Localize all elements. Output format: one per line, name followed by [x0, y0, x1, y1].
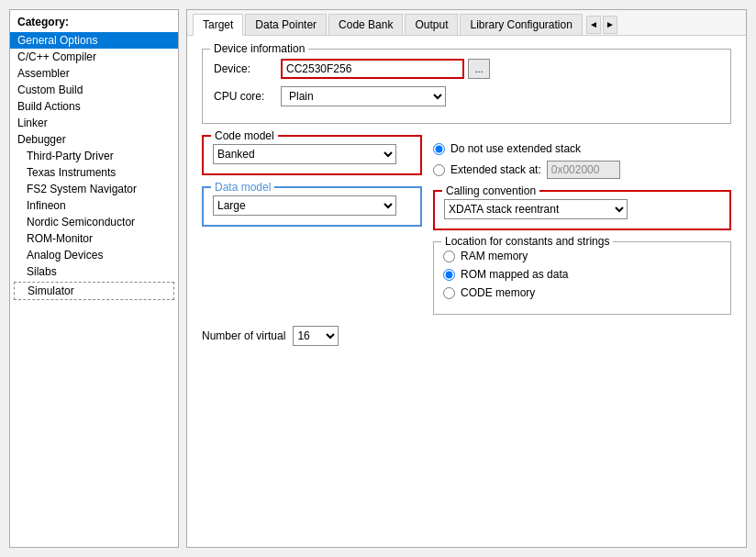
tab-prev-button[interactable]: ◄ [586, 16, 601, 34]
tab-target[interactable]: Target [193, 14, 243, 36]
device-info-group: Device information Device: ... CPU core:… [202, 49, 731, 124]
content-panel: TargetData PointerCode BankOutputLibrary… [186, 9, 747, 548]
sidebar: Category: General OptionsC/C++ CompilerA… [9, 9, 179, 548]
device-label: Device: [214, 62, 273, 75]
virtual-select[interactable]: 16 [293, 326, 339, 346]
main-two-col: Code model Banked Data model Large [202, 135, 731, 315]
no-extended-stack-radio[interactable] [433, 143, 445, 155]
cpu-row: CPU core: Plain [214, 86, 719, 106]
sidebar-item-texas-instruments[interactable]: Texas Instruments [10, 164, 178, 181]
data-model-select[interactable]: Large [213, 195, 396, 216]
location-code-label: CODE memory [461, 286, 535, 299]
extended-stack-row: Extended stack at: [433, 161, 731, 179]
code-model-title: Code model [211, 129, 278, 142]
location-code-radio[interactable] [443, 287, 455, 299]
tab-output[interactable]: Output [405, 14, 458, 35]
device-row: Device: ... [214, 59, 719, 79]
sidebar-item-general-options[interactable]: General Options [10, 32, 178, 49]
sidebar-item-rom-monitor[interactable]: ROM-Monitor [10, 230, 178, 247]
sidebar-item-fs2-system-navigator[interactable]: FS2 System Navigator [10, 181, 178, 197]
calling-title: Calling convention [442, 184, 539, 197]
content-body: Device information Device: ... CPU core:… [187, 36, 746, 547]
data-model-box: Data model Large [202, 186, 422, 227]
device-input-wrapper: ... [281, 59, 490, 79]
sidebar-item-debugger[interactable]: Debugger [10, 131, 178, 148]
tabs-bar: TargetData PointerCode BankOutputLibrary… [187, 10, 746, 36]
sidebar-item-c/c++-compiler[interactable]: C/C++ Compiler [10, 49, 178, 65]
sidebar-item-nordic-semiconductor[interactable]: Nordic Semiconductor [10, 214, 178, 230]
sidebar-item-infineon[interactable]: Infineon [10, 197, 178, 214]
no-extended-stack-label: Do not use extended stack [450, 142, 581, 155]
calling-select[interactable]: XDATA stack reentrant [444, 199, 628, 219]
sidebar-list: General OptionsC/C++ CompilerAssemblerCu… [10, 32, 178, 300]
extended-stack-input[interactable] [547, 161, 620, 179]
location-box: Location for constants and strings RAM m… [433, 241, 731, 315]
extended-stack-radio[interactable] [433, 164, 445, 176]
tab-code-bank[interactable]: Code Bank [328, 14, 403, 35]
location-ram-row: RAM memory [443, 250, 721, 262]
sidebar-item-linker[interactable]: Linker [10, 115, 178, 131]
category-label: Category: [10, 10, 178, 32]
code-model-box: Code model Banked [202, 135, 422, 175]
location-code-row: CODE memory [443, 286, 721, 299]
code-model-select[interactable]: Banked [213, 144, 396, 164]
location-rom-radio[interactable] [443, 269, 455, 281]
location-title: Location for constants and strings [441, 235, 613, 248]
right-col: Do not use extended stack Extended stack… [433, 135, 731, 315]
cpu-label: CPU core: [214, 90, 273, 103]
extended-stack-label: Extended stack at: [450, 163, 541, 176]
virtual-label: Number of virtual [202, 329, 285, 342]
virtual-row: Number of virtual 16 [202, 326, 731, 346]
calling-box: Calling convention XDATA stack reentrant [433, 190, 731, 230]
no-extended-stack-row: Do not use extended stack [433, 142, 731, 155]
tab-library-configuration[interactable]: Library Configuration [460, 14, 582, 35]
data-model-title: Data model [211, 181, 274, 194]
sidebar-item-analog-devices[interactable]: Analog Devices [10, 247, 178, 263]
left-col: Code model Banked Data model Large [202, 135, 422, 315]
cpu-select[interactable]: Plain [281, 86, 446, 106]
tab-next-button[interactable]: ► [603, 16, 617, 34]
tab-data-pointer[interactable]: Data Pointer [245, 14, 327, 35]
device-info-title: Device information [210, 42, 308, 55]
device-input[interactable] [281, 59, 464, 79]
sidebar-item-third-party-driver[interactable]: Third-Party Driver [10, 148, 178, 164]
sidebar-item-simulator[interactable]: Simulator [14, 282, 174, 300]
location-ram-radio[interactable] [443, 251, 455, 262]
location-rom-row: ROM mapped as data [443, 268, 721, 281]
sidebar-item-silabs[interactable]: Silabs [10, 263, 178, 280]
location-ram-label: RAM memory [461, 250, 528, 262]
sidebar-item-custom-build[interactable]: Custom Build [10, 82, 178, 98]
sidebar-item-assembler[interactable]: Assembler [10, 65, 178, 82]
location-rom-label: ROM mapped as data [461, 268, 568, 281]
browse-button[interactable]: ... [468, 59, 490, 79]
sidebar-item-build-actions[interactable]: Build Actions [10, 98, 178, 115]
